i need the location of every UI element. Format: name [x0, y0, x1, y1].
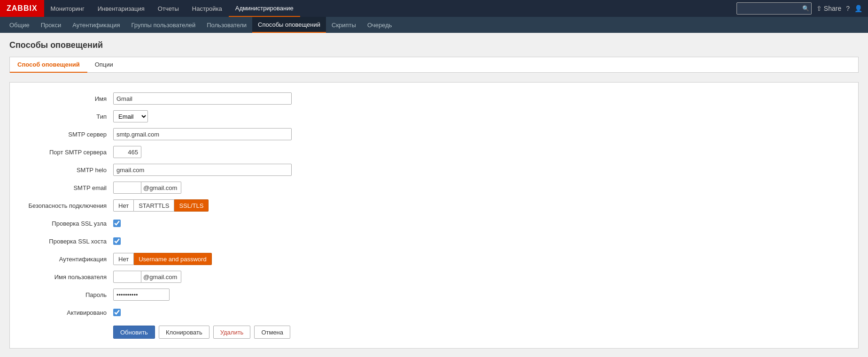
smtp-helo-row: SMTP helo	[10, 163, 858, 176]
username-suffix: @gmail.com	[141, 271, 181, 283]
form-container: Имя Тип Email SMS Script Jabber SMTP сер…	[9, 82, 859, 349]
smtp-port-input[interactable]	[113, 146, 141, 158]
connection-security-row: Безопасность подключения Нет STARTTLS SS…	[10, 199, 858, 212]
tab-bar: Способ оповещений Опции	[9, 57, 859, 73]
smtp-port-field	[113, 146, 141, 158]
type-select[interactable]: Email SMS Script Jabber	[113, 110, 148, 122]
auth-field: Нет Username and password	[113, 253, 212, 265]
enabled-row: Активировано	[10, 306, 858, 319]
auth-label: Аутентификация	[10, 256, 113, 263]
username-split: @gmail.com	[113, 271, 181, 283]
nav-admin[interactable]: Администрирование	[229, 0, 300, 17]
name-row: Имя	[10, 92, 858, 105]
ssl-verify-peer-checkbox[interactable]	[113, 237, 121, 245]
share-icon: ⇧	[816, 5, 822, 12]
auth-row: Аутентификация Нет Username and password	[10, 252, 858, 266]
auth-none-btn[interactable]: Нет	[113, 253, 134, 265]
subnav-mediatype[interactable]: Способы оповещений	[252, 17, 326, 33]
smtp-server-input[interactable]	[113, 128, 292, 140]
user-button[interactable]: 👤	[854, 5, 862, 12]
connection-security-field: Нет STARTTLS SSL/TLS	[113, 199, 209, 212]
ssl-verify-peer-field	[113, 237, 121, 245]
security-starttls-btn[interactable]: STARTTLS	[134, 199, 174, 212]
password-row: Пароль	[10, 288, 858, 301]
search-icon: 🔍	[802, 5, 809, 12]
subnav-general[interactable]: Общие	[4, 17, 35, 33]
sub-nav: Общие Прокси Аутентификация Группы польз…	[0, 17, 868, 33]
smtp-email-field: @gmail.com	[113, 182, 181, 194]
subnav-auth[interactable]: Аутентификация	[67, 17, 125, 33]
ssl-verify-peer-row: Проверка SSL хоста	[10, 235, 858, 248]
page-content: Способы оповещений Способ оповещений Опц…	[0, 33, 868, 357]
enabled-field	[113, 309, 121, 316]
subnav-usergroups[interactable]: Группы пользователей	[126, 17, 202, 33]
security-none-btn[interactable]: Нет	[113, 199, 134, 212]
subnav-proxies[interactable]: Прокси	[35, 17, 67, 33]
smtp-email-label: SMTP email	[10, 184, 113, 191]
name-field	[113, 92, 292, 105]
smtp-email-prefix-input[interactable]	[113, 182, 141, 194]
smtp-helo-field	[113, 164, 292, 176]
share-label: Share	[824, 5, 841, 12]
top-right-controls: 🔍 ⇧ Share ? 👤	[736, 2, 868, 15]
username-label: Имя пользователя	[10, 273, 113, 281]
main-menu: Мониторинг Инвентаризация Отчеты Настрой…	[44, 0, 300, 17]
share-button[interactable]: ⇧ Share	[816, 5, 841, 12]
subnav-scripts[interactable]: Скрипты	[326, 17, 362, 33]
ssl-verify-host-row: Проверка SSL узла	[10, 217, 858, 230]
smtp-email-row: SMTP email @gmail.com	[10, 181, 858, 194]
smtp-server-label: SMTP сервер	[10, 131, 113, 138]
connection-security-label: Безопасность подключения	[10, 202, 113, 209]
smtp-helo-input[interactable]	[113, 164, 292, 176]
subnav-users[interactable]: Пользователи	[201, 17, 252, 33]
search-input[interactable]	[736, 2, 812, 15]
cancel-button[interactable]: Отмена	[254, 326, 290, 339]
nav-settings[interactable]: Настройка	[186, 0, 229, 17]
ssl-verify-host-field	[113, 220, 121, 227]
nav-reports[interactable]: Отчеты	[151, 0, 186, 17]
logo[interactable]: ZABBIX	[0, 0, 44, 17]
password-field	[113, 289, 170, 301]
auth-group: Нет Username and password	[113, 253, 212, 265]
type-row: Тип Email SMS Script Jabber	[10, 110, 858, 123]
tab-media-type[interactable]: Способ оповещений	[10, 57, 87, 73]
clone-button[interactable]: Клонировать	[159, 326, 209, 339]
enabled-label: Активировано	[10, 309, 113, 316]
password-label: Пароль	[10, 291, 113, 298]
user-icon: 👤	[854, 5, 862, 12]
subnav-queue[interactable]: Очередь	[362, 17, 398, 33]
update-button[interactable]: Обновить	[113, 326, 155, 339]
smtp-server-field	[113, 128, 292, 140]
smtp-helo-label: SMTP helo	[10, 167, 113, 174]
type-field: Email SMS Script Jabber	[113, 110, 148, 122]
smtp-server-row: SMTP сервер	[10, 128, 858, 141]
username-row: Имя пользователя @gmail.com	[10, 270, 858, 283]
username-field: @gmail.com	[113, 271, 181, 283]
ssl-verify-host-checkbox[interactable]	[113, 220, 121, 227]
auth-userpass-btn[interactable]: Username and password	[134, 253, 212, 265]
search-wrap: 🔍	[736, 2, 812, 15]
page-title: Способы оповещений	[9, 40, 859, 50]
connection-security-group: Нет STARTTLS SSL/TLS	[113, 199, 209, 212]
buttons-row: Обновить Клонировать Удалить Отмена	[113, 326, 858, 339]
name-label: Имя	[10, 95, 113, 102]
name-input[interactable]	[113, 92, 292, 105]
security-ssltls-btn[interactable]: SSL/TLS	[174, 199, 209, 212]
ssl-verify-host-label: Проверка SSL узла	[10, 220, 113, 227]
type-label: Тип	[10, 113, 113, 120]
smtp-email-split: @gmail.com	[113, 182, 181, 194]
top-nav: ZABBIX Мониторинг Инвентаризация Отчеты …	[0, 0, 868, 17]
smtp-email-suffix: @gmail.com	[141, 182, 181, 194]
tab-options[interactable]: Опции	[87, 57, 121, 73]
smtp-port-label: Порт SMTP сервера	[10, 149, 113, 156]
smtp-port-row: Порт SMTP сервера	[10, 145, 858, 159]
ssl-verify-peer-label: Проверка SSL хоста	[10, 238, 113, 245]
help-button[interactable]: ?	[846, 5, 850, 12]
username-prefix-input[interactable]	[113, 271, 141, 283]
enabled-checkbox[interactable]	[113, 309, 121, 316]
password-input[interactable]	[113, 289, 170, 301]
delete-button[interactable]: Удалить	[213, 326, 251, 339]
nav-inventory[interactable]: Инвентаризация	[91, 0, 151, 17]
nav-monitoring[interactable]: Мониторинг	[44, 0, 91, 17]
